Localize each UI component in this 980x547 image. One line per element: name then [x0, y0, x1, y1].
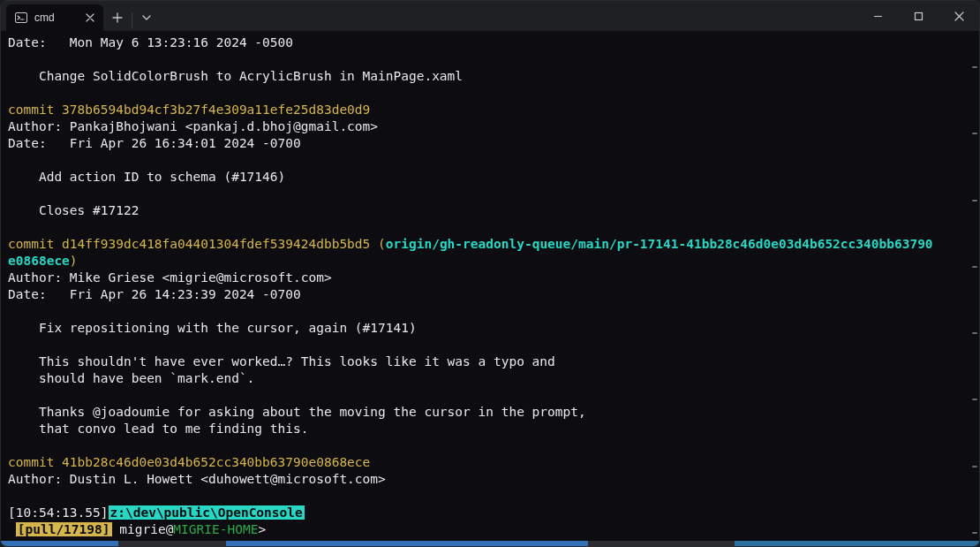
new-tab-button[interactable] [103, 4, 132, 31]
maximize-button[interactable] [898, 1, 939, 31]
log-line: Author: PankajBhojwani <pankaj.d.bhoj@gm… [8, 119, 378, 133]
scrollbar[interactable] [972, 66, 977, 534]
window-controls [857, 1, 979, 31]
commit-line: commit d14ff939dc418fa04401304fdef539424… [8, 237, 933, 251]
log-line: Date: Fri Apr 26 14:23:39 2024 -0700 [8, 287, 301, 301]
log-line: Add action ID to schema (#17146) [8, 170, 285, 184]
log-line: Date: Fri Apr 26 16:34:01 2024 -0700 [8, 136, 301, 150]
log-line: Date: Mon May 6 13:23:16 2024 -0500 [8, 35, 293, 49]
taskbar-sliver [1, 541, 979, 546]
scroll-tick [972, 200, 977, 201]
commit-ref: origin/gh-readonly-queue/main/pr-17141-4… [386, 237, 933, 251]
scroll-tick [972, 133, 977, 134]
scroll-tick [972, 466, 977, 467]
scroll-tick [972, 399, 977, 400]
prompt-branch: [pull/17198] [16, 522, 112, 536]
scroll-tick [972, 266, 977, 268]
log-line: This shouldn't have ever worked…? This l… [8, 354, 555, 368]
log-line: Fix repositioning with the cursor, again… [8, 321, 417, 335]
scroll-tick [972, 66, 977, 68]
prompt-hostname: MIGRIE-HOME [173, 522, 258, 536]
commit-line: commit 378b6594bd94cf3b27f4e309a11efe25d… [8, 103, 370, 117]
log-line: Change SolidColorBrush to AcrylicBrush i… [8, 69, 463, 83]
minimize-button[interactable] [857, 1, 898, 31]
log-line: should have been `mark.end`. [8, 371, 254, 385]
titlebar: cmd [1, 1, 979, 31]
log-line: that convo lead to me finding this. [8, 422, 308, 436]
close-window-button[interactable] [939, 1, 979, 31]
log-line: Thanks @joadoumie for asking about the m… [8, 405, 586, 419]
tab-label: cmd [34, 11, 55, 24]
svg-rect-0 [16, 13, 27, 23]
prompt-line-2[interactable]: [pull/17198] migrie@MIGRIE-HOME> [8, 522, 266, 536]
tab-close-button[interactable] [82, 10, 98, 26]
commit-ref: e0868ece [8, 254, 70, 268]
svg-rect-3 [915, 12, 922, 19]
tab-dropdown-button[interactable] [132, 4, 161, 31]
cmd-icon [15, 11, 27, 24]
terminal-viewport[interactable]: Date: Mon May 6 13:23:16 2024 -0500 Chan… [1, 31, 979, 541]
terminal-window: cmd Date: Mon May 6 13:23:16 2024 -050 [0, 0, 980, 547]
tab-cmd[interactable]: cmd [6, 4, 103, 31]
prompt-path: z:\dev\public\OpenConsole [109, 505, 305, 520]
log-line: Closes #17122 [8, 203, 139, 217]
log-line: Author: Dustin L. Howett <duhowett@micro… [8, 472, 386, 486]
commit-line-wrap: e0868ece) [8, 254, 78, 268]
log-line: Author: Mike Griese <migrie@microsoft.co… [8, 270, 332, 285]
prompt-line-1: [10:54:13.55]z:\dev\public\OpenConsole [8, 505, 305, 520]
scroll-tick [972, 332, 977, 334]
scroll-tick [972, 532, 977, 534]
commit-line: commit 41bb28c46d0e03d4b652cc340bb63790e… [8, 455, 370, 469]
